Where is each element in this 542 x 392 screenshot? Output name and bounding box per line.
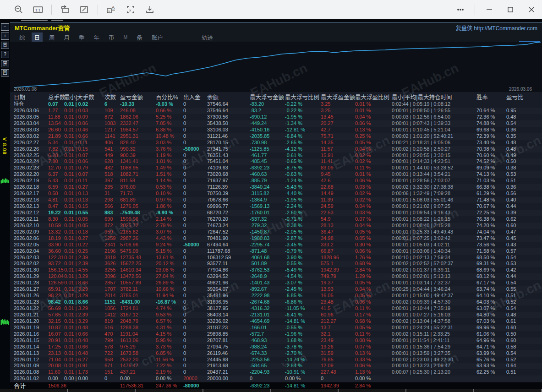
table-row[interactable]: 2026.01.1520.910.01 | 0.487991613.065.95… <box>14 338 542 344</box>
maximize-button[interactable] <box>500 0 521 19</box>
table-cell: 0.01 | 0.48 <box>64 325 104 331</box>
table-row[interactable]: 2026.02.170.580.01 | 0.133171.730.10 %07… <box>14 191 542 197</box>
table-row[interactable]: 2026.02.206.370.01 | 0.075181082.711.51 … <box>14 171 542 178</box>
table-row[interactable]: 2026.02.03122.310.01 | 2.39381912735.481… <box>14 255 542 261</box>
translate-icon[interactable]: xA <box>104 3 118 16</box>
table-row[interactable]: 2026.02.247.800.01 | 0.066281341.411.81 … <box>14 158 542 165</box>
table-row[interactable]: 2026.01.2698.220.01 | 3.2920143785.0111.… <box>14 293 542 299</box>
table-cell: 3785.01 <box>120 293 156 299</box>
table-cell: 0.97 % <box>156 197 183 203</box>
table-row[interactable]: 2026.02.0436.600.01 | 0.2521965475.095.1… <box>14 248 542 255</box>
table-cell: 0.06 % <box>355 248 392 255</box>
site-link[interactable]: 复盘侠 http://MTCommander.com <box>456 24 537 32</box>
table-row[interactable]: 2026.03.0413.540.01 | 0.0610832332.477.0… <box>14 120 542 127</box>
minimize-button[interactable] <box>479 0 500 19</box>
table-cell: 68720.72 <box>207 210 250 216</box>
column-header[interactable]: 百分比% <box>156 93 183 101</box>
column-header[interactable]: 最小|大手数 <box>64 93 104 101</box>
table-cell: 10.66 % <box>156 286 183 293</box>
table-row[interactable]: 2026.02.1219.220.01 | 0.55883-7549.48-9.… <box>14 210 542 216</box>
table-row[interactable]: 2026.01.1271.040.01 | 6.279582532.2011.5… <box>14 357 542 363</box>
overlay-icon[interactable]: 置 <box>1 42 9 49</box>
tab-日[interactable]: 日 <box>32 33 43 42</box>
table-row[interactable]: 2026.01.28126.590.01 | 8.66285710557.892… <box>14 280 542 286</box>
table-row[interactable]: 2026.01.2398.420.01 | 8.661151-6431.00-1… <box>14 299 542 305</box>
column-header[interactable]: 最大浮亏比例 <box>285 93 321 101</box>
table-row[interactable]: 2026.01.1417.250.01 | 0.66578975.293.73 … <box>14 344 542 350</box>
tab-账户[interactable]: 账户 <box>149 33 166 42</box>
table-cell: 0.53 <box>506 261 542 267</box>
table-row[interactable]: 2026.01.2765.910.01 | 3.2917073782.1110.… <box>14 286 542 293</box>
table-row[interactable]: 2026.02.138.470.01 | 0.155661276.051.86 … <box>14 203 542 210</box>
tab-月[interactable]: 月 <box>61 33 73 42</box>
table-row[interactable]: 2026.02.118.300.01 | 0.056901596.962.14 … <box>14 216 542 223</box>
table-row[interactable]: 2026.01.2256.690.01 | 3.2910561724.814.7… <box>14 305 542 312</box>
table-row[interactable]: 2026.02.186.590.01 | 0.27235376.000.53 %… <box>14 184 542 191</box>
table-row[interactable]: 2026.03.0326.600.01 | 0.4612171984.576.3… <box>14 127 542 133</box>
table-row[interactable]: 2026.03.061.270.01 | 0.03109246.080.66 %… <box>14 108 542 114</box>
table-cell: 0.01 | 2.39 <box>64 312 104 318</box>
column-header[interactable]: 总手数 <box>48 93 64 101</box>
column-header[interactable]: 胜率 <box>476 93 506 101</box>
tab-备[interactable]: 备 <box>134 33 145 42</box>
column-header[interactable]: 最大浮盈比例 <box>355 93 392 101</box>
table-row[interactable]: 2026.01.29120.040.01 | 3.29309613472.562… <box>14 273 542 280</box>
ocr-text-icon[interactable]: x <box>124 3 137 16</box>
tab-track[interactable]: 轨迹 <box>199 33 216 42</box>
table-row[interactable]: 2026.01.30156.150.01 | 4.55325514610.342… <box>14 267 542 273</box>
more-options-button[interactable] <box>450 0 471 19</box>
column-header[interactable]: 余额 <box>207 93 250 101</box>
table-row[interactable]: 持仓0.070.01 | 0.026-10.33-0.03 %037546.64… <box>14 101 542 108</box>
table-row[interactable]: 2026.01.1910.870.01 | 0.485161288.384.31… <box>14 325 542 331</box>
table-row[interactable]: 2026.02.164.810.01 | 0.13298681.890.97 %… <box>14 197 542 203</box>
table-row[interactable]: 2026.02.0913.320.01 | 0.189592165.623.07… <box>14 229 542 235</box>
column-header[interactable]: 最大浮盈金额 <box>321 93 355 101</box>
table-row[interactable]: 2026.02.267.820.01 | 0.15541990.323.76 %… <box>14 146 542 152</box>
table-row[interactable]: 2026.03.0221.890.01 | 0.6611412951.3110.… <box>14 133 542 140</box>
table-cell: -7549.48 <box>120 210 156 216</box>
table-row[interactable]: 2026.01.2032.150.01 | 3.298192048.796.57… <box>14 318 542 325</box>
column-header[interactable]: 出入金 <box>183 93 207 101</box>
table-row[interactable]: 2026.01.020.000.00 | 0.0000.000.00 %2000… <box>14 376 542 382</box>
table-row[interactable]: 2026.02.256.280.01 | 0.07449900.391.19 %… <box>14 152 542 159</box>
edit-icon[interactable] <box>77 3 91 16</box>
column-header[interactable]: 盈亏比 <box>506 93 542 101</box>
move-icon[interactable]: + <box>1 33 9 40</box>
collapse-icon[interactable]: − <box>1 23 9 31</box>
table-row[interactable]: 2026.02.0618.190.01 | 0.2712592987.264.4… <box>14 235 542 242</box>
table-row[interactable]: 2026.01.2157.650.01 | 2.3914123167.129.5… <box>14 312 542 318</box>
toolbar-separator <box>98 5 98 15</box>
zoom-out-icon[interactable] <box>12 3 26 16</box>
tab-季[interactable]: 季 <box>76 33 88 42</box>
table-row[interactable]: 2026.02.1010.590.01 | 0.058722025.722.79… <box>14 223 542 229</box>
column-header[interactable]: 最大浮亏金额 <box>250 93 285 101</box>
download-icon[interactable] <box>143 3 157 16</box>
column-header[interactable]: 最小|平均|最大持仓时间 <box>392 93 476 101</box>
tab-周[interactable]: 周 <box>46 33 58 42</box>
column-header[interactable]: 日期 <box>14 93 48 101</box>
one-to-one-icon[interactable]: 1:1 <box>31 3 45 16</box>
ban-icon[interactable]: 禁 <box>1 60 9 67</box>
table-row[interactable]: 2026.01.1616.070.01 | 0.664701191.044.15… <box>14 331 542 338</box>
table-cell: 27094.75 <box>207 344 250 350</box>
tab-综[interactable]: 综 <box>16 33 28 42</box>
tab-M[interactable]: M <box>121 34 131 40</box>
tab-币[interactable]: 币 <box>106 33 117 42</box>
table-row[interactable]: 2026.01.0811.600.01 | 1.73151437.212.19 … <box>14 369 542 376</box>
tab-年[interactable]: 年 <box>91 33 103 42</box>
restore-window-icon[interactable] <box>58 3 72 16</box>
table-row[interactable]: 2026.03.0511.880.01 | 0.098721862.065.25… <box>14 114 542 120</box>
table-row[interactable]: 2026.01.0920.080.01 | 0.916711476.477.22… <box>14 363 542 369</box>
column-header[interactable]: 盈亏金额 <box>120 93 156 101</box>
table-row[interactable]: 2026.02.0533.900.01 | 0.2223415706.969.2… <box>14 242 542 248</box>
help-icon[interactable]: ? <box>1 51 9 58</box>
window-icon[interactable]: 回 <box>1 69 9 76</box>
close-button[interactable] <box>521 0 542 19</box>
table-cell: 19.22 <box>48 210 64 216</box>
table-row[interactable]: 2026.02.195.430.01 | 0.11397811.581.14 %… <box>14 178 542 184</box>
table-row[interactable]: 2026.02.275.340.01 | 0.11406828.403.03 %… <box>14 140 542 146</box>
table-row[interactable]: 2026.01.1323.130.01 | 0.487221673.586.85… <box>14 350 542 357</box>
column-header[interactable]: 次数 <box>104 93 120 101</box>
table-row[interactable]: 2026.02.2312.700.01 | 0.794821088.951.49… <box>14 165 542 171</box>
table-row[interactable]: 2026.02.0293.720.01 | 2.39362615672.2520… <box>14 261 542 267</box>
